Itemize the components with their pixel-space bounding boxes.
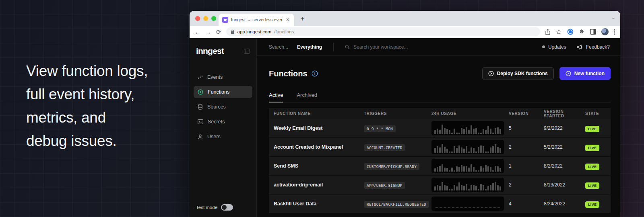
feedback-label: Feedback? [586, 44, 610, 50]
usage-sparkline-chart [431, 197, 504, 211]
browser-tab-strip: Inngest → serverless event-dri ✕ + ⌄ [190, 11, 620, 26]
new-function-button[interactable]: New function [559, 67, 611, 80]
column-triggers: TRIGGERS [364, 111, 431, 116]
sidebar-item-label: Secrets [208, 119, 225, 125]
usage-sparkline-chart [431, 140, 504, 154]
info-icon[interactable] [312, 70, 318, 77]
state-badge: LIVE [585, 182, 599, 189]
version-started-date: 8/24/2022 [544, 201, 585, 207]
new-tab-button[interactable]: + [298, 15, 307, 23]
traffic-lights[interactable] [195, 16, 216, 21]
column-state: STATE [585, 111, 605, 116]
workspace-search-input[interactable] [353, 44, 458, 50]
trigger-badge: 0 9 * * MON [364, 125, 396, 132]
table-header: FUNCTION NAME TRIGGERS 24H USAGE VERSION… [269, 108, 611, 119]
bookmark-star-icon[interactable] [556, 29, 562, 35]
deploy-button-label: Deploy SDK functions [497, 71, 548, 76]
extensions-puzzle-icon[interactable] [579, 29, 585, 35]
table-body: Weekly Email Digest 0 9 * * MON 5 9/2/20… [269, 119, 611, 213]
updates-button[interactable]: Updates [542, 44, 566, 50]
deploy-sdk-functions-button[interactable]: Deploy SDK functions [482, 67, 554, 80]
function-name[interactable]: Backfill User Data [274, 201, 364, 207]
functions-tabs: Active Archived [269, 92, 611, 102]
state-badge: LIVE [585, 126, 599, 132]
trigger-badge: RETOOL/BACKFILL.REQUESTED [364, 201, 429, 208]
table-row[interactable]: Backfill User Data RETOOL/BACKFILL.REQUE… [269, 194, 611, 213]
events-icon [198, 75, 203, 80]
version-value: 4 [509, 201, 544, 207]
address-bar[interactable]: app.inngest.com/functions [226, 27, 540, 36]
hero-line: debug issues. [26, 129, 148, 153]
users-icon [198, 134, 203, 139]
close-window-button[interactable] [195, 16, 200, 21]
megaphone-icon [577, 44, 583, 50]
table-row[interactable]: Account Created to Mixpanel ACCOUNT.CREA… [269, 138, 611, 157]
table-row[interactable]: Weekly Email Digest 0 9 * * MON 5 9/2/20… [269, 119, 611, 138]
search-icon [345, 45, 350, 49]
usage-sparkline-chart [431, 121, 504, 135]
share-icon[interactable] [545, 29, 551, 35]
browser-tab[interactable]: Inngest → serverless event-dri ✕ [219, 14, 294, 26]
tab-title: Inngest → serverless event-dri [231, 17, 282, 22]
version-value: 1 [509, 163, 544, 169]
version-value: 5 [509, 125, 544, 131]
table-row[interactable]: activation-drip-email APP/USER.SIGNUP 2 … [269, 176, 611, 194]
trigger-badge: APP/USER.SIGNUP [364, 182, 405, 189]
updates-label: Updates [548, 44, 566, 50]
state-badge: LIVE [585, 164, 599, 170]
chevron-down-icon[interactable]: ⌄ [611, 15, 615, 20]
sidebar-item-secrets[interactable]: Secrets [194, 116, 252, 128]
tab-close-icon[interactable]: ✕ [285, 16, 291, 23]
test-mode-label: Test mode [196, 205, 217, 210]
top-nav: Search... Everything Updates [257, 38, 620, 56]
sidebar-item-label: Sources [207, 104, 226, 110]
column-24h-usage: 24H USAGE [431, 111, 509, 116]
tab-archived[interactable]: Archived [297, 92, 317, 102]
maximize-window-button[interactable] [211, 16, 216, 21]
url-host: app.inngest.com [237, 29, 271, 34]
version-started-date: 8/2/2022 [544, 163, 585, 169]
column-version-started: VERSION STARTED [544, 109, 585, 118]
url-path: /functions [274, 29, 294, 34]
functions-icon [198, 89, 203, 95]
sidebar-item-functions[interactable]: Functions [194, 86, 252, 98]
sources-icon [198, 104, 203, 110]
inngest-favicon-icon [222, 17, 228, 23]
function-name[interactable]: Account Created to Mixpanel [274, 144, 364, 150]
browser-toolbar: ← → ⟳ app.inngest.com/functions [190, 26, 620, 38]
sidebar-item-label: Events [207, 74, 223, 80]
function-name[interactable]: Weekly Email Digest [274, 125, 364, 131]
version-value: 2 [509, 182, 544, 188]
lock-icon [231, 29, 235, 34]
functions-page: Functions Deploy [257, 56, 620, 217]
onepassword-extension-icon[interactable] [567, 29, 574, 35]
function-name[interactable]: activation-drip-email [274, 182, 364, 188]
sidebar-item-users[interactable]: Users [194, 131, 252, 143]
feedback-button[interactable]: Feedback? [577, 44, 610, 50]
browser-profile-avatar[interactable] [601, 28, 609, 35]
usage-sparkline-chart [431, 159, 504, 173]
test-mode-toggle[interactable] [221, 204, 233, 211]
browser-menu-icon[interactable] [614, 29, 615, 35]
sidebar-item-sources[interactable]: Sources [194, 101, 252, 113]
search-scope-label[interactable]: Everything [297, 44, 322, 50]
back-icon[interactable]: ← [194, 29, 200, 35]
sidebar-item-events[interactable]: Events [194, 71, 252, 83]
hero-line: metrics, and [26, 106, 148, 129]
function-name[interactable]: Send SMS [274, 163, 364, 169]
hero-line: View function logs, [26, 59, 148, 83]
hero-line: full event history, [26, 83, 148, 106]
trigger-badge: CUSTOMER/PICKUP.READY [364, 163, 419, 170]
sidebar-collapse-icon[interactable] [244, 49, 250, 54]
table-row[interactable]: Send SMS CUSTOMER/PICKUP.READY 1 8/2/202… [269, 157, 611, 176]
minimize-window-button[interactable] [203, 16, 208, 21]
version-started-date: 9/2/2022 [544, 125, 585, 131]
refresh-icon[interactable]: ⟳ [216, 29, 221, 35]
page-title: Functions [269, 69, 308, 78]
tab-active[interactable]: Active [269, 92, 283, 102]
forward-icon[interactable]: → [205, 29, 211, 35]
new-function-icon [566, 71, 571, 76]
deploy-icon [488, 71, 494, 76]
search-shortcut-label[interactable]: Search... [269, 44, 288, 50]
side-panel-icon[interactable] [590, 29, 596, 35]
